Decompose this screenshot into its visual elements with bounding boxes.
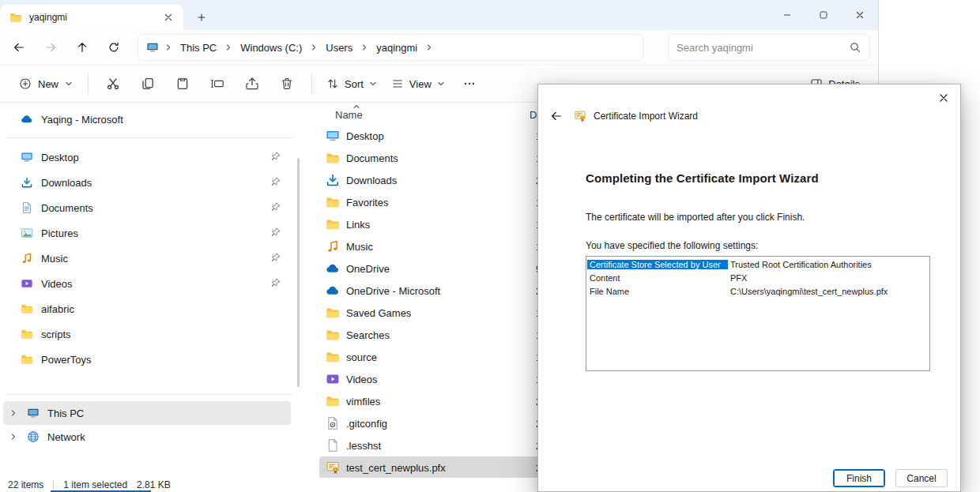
breadcrumb-link[interactable]: Users [323,40,355,55]
file-icon [326,394,340,408]
this-pc-icon [27,407,40,419]
sidebar-item[interactable]: aifabric [3,296,291,321]
sidebar-item-label: Documents [41,202,93,214]
sidebar-item-icon [21,277,33,290]
this-pc-icon [146,41,159,54]
file-icon [326,129,340,143]
sidebar-item[interactable]: Downloads [3,170,291,195]
file-name: .lesshst [346,440,530,452]
forward-button[interactable] [35,34,66,61]
delete-icon [280,77,294,91]
chevron-right-icon [164,43,172,51]
pin-icon [270,277,281,288]
settings-row[interactable]: File Name C:\Users\yaqingmi\test_cert_ne… [587,284,929,298]
file-name: Documents [346,152,530,164]
file-name: Links [346,219,530,231]
search-input[interactable] [677,42,849,54]
breadcrumb-link[interactable]: yaqingmi [374,40,420,55]
sort-icon [326,77,339,90]
dialog-footer: Finish Cancel [833,469,948,487]
sidebar-item[interactable]: Videos [3,271,291,296]
minimize-button[interactable] [769,0,805,30]
maximize-button[interactable] [805,0,842,30]
chevron-right-icon [310,43,318,51]
more-options-button[interactable] [452,69,487,98]
dialog-back-button[interactable] [546,107,567,126]
sort-button[interactable]: Sort [319,72,384,96]
cut-button[interactable] [96,69,130,98]
sidebar-divider [6,394,292,395]
chevron-right-icon [425,43,433,51]
sidebar-item-label: scripts [41,329,71,340]
file-icon [326,306,340,320]
setting-key: Certificate Store Selected by User [587,260,728,269]
finish-button[interactable]: Finish [833,469,885,487]
certificate-import-wizard-dialog: Certificate Import Wizard Completing the… [537,84,961,492]
sidebar-item-network[interactable]: Network [3,425,291,449]
sidebar-item[interactable]: scripts [3,321,291,347]
new-tab-button[interactable] [193,9,210,26]
settings-label: You have specified the following setting… [586,240,929,251]
file-icon [326,350,340,364]
close-button[interactable] [842,0,878,30]
search-box[interactable] [668,34,870,61]
file-name: source [346,351,530,363]
file-name: Favorites [346,197,530,208]
setting-key: File Name [587,287,728,296]
item-count: 22 items [8,479,43,490]
breadcrumb: This PC Windows (C:) Users yaqingmi [138,34,643,61]
delete-button[interactable] [270,69,304,98]
dialog-body: Completing the Certificate Import Wizard… [538,171,960,371]
sort-label: Sort [345,78,364,90]
new-button[interactable]: New [11,72,81,96]
cancel-button[interactable]: Cancel [895,469,948,487]
file-name: Videos [346,374,530,385]
pin-icon [270,227,281,238]
file-icon [326,284,340,298]
sidebar-item-this-pc[interactable]: This PC [3,401,291,425]
sidebar-item[interactable]: Music [3,246,291,271]
file-icon [326,460,340,475]
sidebar-item[interactable]: Documents [3,195,291,220]
settings-row[interactable]: Certificate Store Selected by User Trust… [587,257,929,271]
sidebar-item[interactable]: PowerToys [3,347,291,372]
sidebar-item-onedrive[interactable]: Yaqing - Microsoft [3,107,291,131]
refresh-button[interactable] [98,34,130,61]
view-label: View [409,78,432,90]
sidebar-scrollbar[interactable] [297,158,300,387]
sidebar-item-icon [21,227,33,239]
dialog-close-button[interactable] [932,88,956,107]
breadcrumb-link[interactable]: This PC [178,40,219,55]
breadcrumb-item: This PC [164,40,219,55]
expand-chevron-icon[interactable] [8,433,19,441]
file-icon [326,416,340,430]
tab-close-icon[interactable] [160,9,177,26]
file-name: Downloads [346,175,530,186]
file-name: Searches [346,329,530,341]
setting-value: Trusted Root Certification Authorities [728,260,872,269]
pin-icon [270,176,281,187]
rename-button[interactable] [200,69,235,98]
copy-button[interactable] [130,69,165,98]
settings-row[interactable]: Content PFX [587,271,929,284]
paste-icon [175,77,190,91]
pin-icon [270,201,281,212]
selection-count: 1 item selected [63,479,127,490]
back-button[interactable] [3,34,35,61]
explorer-tab[interactable]: yaqingmi [0,5,183,30]
settings-list: Certificate Store Selected by User Trust… [586,256,930,371]
up-button[interactable] [66,34,98,61]
sort-ascending-icon [352,103,360,111]
share-button[interactable] [235,69,270,98]
wizard-heading: Completing the Certificate Import Wizard [586,171,929,185]
sidebar-item[interactable]: Pictures [3,220,291,246]
column-header-name[interactable]: Name [335,109,530,121]
cut-icon [106,77,120,91]
sidebar-item-icon [21,328,33,340]
expand-chevron-icon[interactable] [8,409,19,417]
breadcrumb-link[interactable]: Windows (C:) [238,40,304,55]
certificate-icon [574,110,586,122]
paste-button[interactable] [165,69,200,98]
view-button[interactable]: View [384,72,452,96]
sidebar-item[interactable]: Desktop [3,145,291,170]
